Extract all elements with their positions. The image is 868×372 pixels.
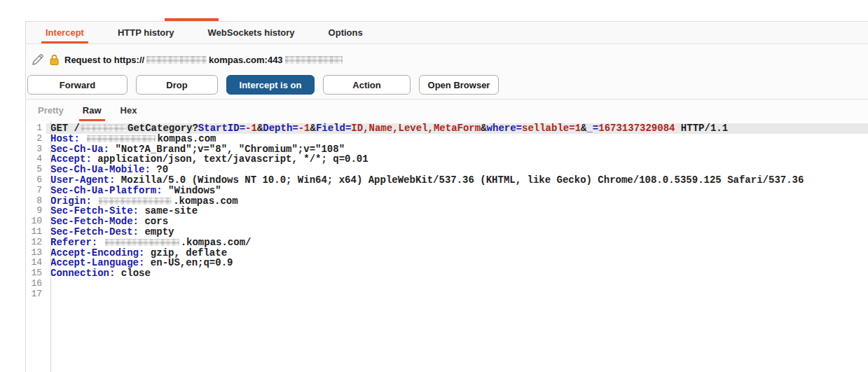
code-segment: "Not?A_Brand";v="8", "Chromium";v="108" — [109, 144, 345, 155]
line-number: 2 — [26, 134, 46, 144]
request-line[interactable]: 4Accept: application/json, text/javascri… — [26, 154, 868, 165]
code-segment: close — [115, 268, 150, 279]
tab-http-history[interactable]: HTTP history — [113, 22, 179, 43]
line-number: 12 — [26, 237, 46, 248]
line-code: Sec-Fetch-Dest: empty — [46, 227, 868, 237]
request-info-prefix: Request to https:// — [64, 55, 144, 65]
line-number: 7 — [26, 186, 46, 196]
request-line[interactable]: 12Referer: .kompas.com/ — [26, 237, 868, 248]
request-info-host: kompas.com:443 — [209, 55, 283, 65]
code-segment: "Windows" — [163, 185, 221, 196]
intercept-toolbar: Request to https:// kompas.com:443 Forwa… — [26, 44, 868, 99]
line-number: 1 — [26, 123, 46, 134]
lock-icon — [49, 54, 60, 66]
editor-tab-hex[interactable]: Hex — [117, 99, 141, 121]
redacted-text — [81, 125, 126, 132]
line-number: 17 — [26, 289, 46, 300]
code-segment: -1 — [245, 123, 257, 134]
request-line[interactable]: 1GET /GetCategory?StartID=-1&Depth=-1&Fi… — [26, 123, 868, 134]
request-line[interactable]: 7Sec-Ch-Ua-Platform: "Windows" — [26, 186, 868, 196]
action-button[interactable]: Action — [323, 75, 411, 95]
code-segment: 1673137329084 — [598, 123, 675, 134]
code-segment: Mozilla/5.0 (Windows NT 10.0; Win64; x64… — [115, 174, 804, 186]
line-code: Sec-Ch-Ua: "Not?A_Brand";v="8", "Chromiu… — [46, 144, 868, 155]
burp-intercept-window: InterceptHTTP historyWebSockets historyO… — [0, 0, 868, 372]
redacted-text — [105, 239, 179, 246]
editor-tab-raw[interactable]: Raw — [79, 99, 105, 121]
request-editor-lines: 1GET /GetCategory?StartID=-1&Depth=-1&Fi… — [26, 123, 868, 300]
intercept-is-on-button[interactable]: Intercept is on — [226, 75, 315, 95]
line-number: 9 — [26, 206, 46, 216]
request-line[interactable]: 10Sec-Fetch-Mode: cors — [26, 216, 868, 227]
request-editor[interactable]: 1GET /GetCategory?StartID=-1&Depth=-1&Fi… — [26, 121, 868, 372]
line-code: GET /GetCategory?StartID=-1&Depth=-1&Fie… — [46, 123, 868, 134]
request-line[interactable]: 9Sec-Fetch-Site: same-site — [26, 206, 868, 216]
request-line[interactable]: 5Sec-Ch-Ua-Mobile: ?0 — [26, 165, 868, 175]
request-line[interactable]: 2Host: kompas.com — [26, 134, 868, 144]
pencil-icon — [31, 53, 44, 67]
message-editor-tabs: PrettyRawHex — [26, 99, 868, 121]
code-segment: StartID= — [198, 123, 245, 134]
code-segment: .kompas.com — [173, 195, 237, 207]
line-number: 8 — [26, 196, 46, 207]
code-segment: GetCategory? — [128, 123, 198, 134]
request-line[interactable]: 3Sec-Ch-Ua: "Not?A_Brand";v="8", "Chromi… — [26, 144, 868, 155]
open-browser-button[interactable]: Open Browser — [419, 75, 499, 95]
code-segment: kompas.com — [157, 133, 216, 144]
drop-button[interactable]: Drop — [136, 75, 218, 95]
line-code: User-Agent: Mozilla/5.0 (Windows NT 10.0… — [46, 175, 868, 186]
editor-tab-pretty[interactable]: Pretty — [34, 99, 67, 121]
line-code: Sec-Ch-Ua-Platform: "Windows" — [46, 186, 868, 196]
request-line[interactable]: 15Connection: close — [26, 268, 868, 279]
code-segment: User-Agent: — [50, 174, 115, 186]
line-number: 4 — [26, 154, 46, 165]
line-number: 10 — [26, 216, 46, 227]
code-segment — [80, 133, 85, 144]
line-number: 5 — [26, 165, 46, 175]
code-segment: Origin: — [50, 195, 92, 207]
request-line[interactable]: 8Origin: .kompas.com — [26, 196, 868, 207]
code-segment: Sec-Fetch-Dest: — [50, 226, 139, 237]
code-segment: Accept-Encoding: — [50, 247, 144, 259]
line-code: Origin: .kompas.com — [46, 196, 868, 207]
code-segment: en-US,en;q=0.9 — [144, 257, 233, 268]
code-segment: Sec-Fetch-Site: — [50, 205, 139, 216]
tab-websockets-history[interactable]: WebSockets history — [204, 22, 299, 43]
request-line[interactable]: 17 — [26, 289, 868, 300]
code-segment: Accept-Language: — [50, 257, 144, 268]
code-segment: Sec-Fetch-Mode: — [50, 216, 139, 227]
line-number: 16 — [26, 279, 46, 289]
gutter-separator — [50, 121, 51, 372]
line-number: 6 — [26, 175, 46, 186]
line-code: Referer: .kompas.com/ — [46, 237, 868, 248]
line-code: Accept: application/json, text/javascrip… — [46, 154, 868, 165]
code-segment: Sec-Ch-Ua-Platform: — [50, 185, 163, 196]
code-segment: _= — [586, 123, 598, 134]
code-segment: & — [310, 123, 316, 134]
proxy-panel: InterceptHTTP historyWebSockets historyO… — [25, 21, 868, 372]
code-segment: application/json, text/javascript, */*; … — [92, 153, 368, 165]
line-code: Host: kompas.com — [46, 134, 868, 144]
tab-intercept[interactable]: Intercept — [41, 22, 88, 43]
code-segment: gzip, deflate — [144, 247, 227, 259]
intercept-buttons: ForwardDropIntercept is onActionOpen Bro… — [26, 75, 868, 99]
code-segment: Connection: — [50, 268, 115, 279]
code-segment: & — [481, 123, 486, 134]
code-segment: GET / — [50, 123, 80, 134]
request-line[interactable]: 13Accept-Encoding: gzip, deflate — [26, 248, 868, 259]
request-line[interactable]: 14Accept-Language: en-US,en;q=0.9 — [26, 258, 868, 268]
request-line[interactable]: 16 — [26, 279, 868, 289]
code-segment: ID,Name,Level,MetaForm — [351, 123, 481, 134]
code-segment — [97, 237, 103, 248]
request-line[interactable]: 11Sec-Fetch-Dest: empty — [26, 227, 868, 237]
request-line[interactable]: 6User-Agent: Mozilla/5.0 (Windows NT 10.… — [26, 175, 868, 186]
redacted-text — [99, 198, 172, 205]
tab-options[interactable]: Options — [324, 22, 367, 43]
code-segment: Field= — [316, 123, 351, 134]
line-number: 13 — [26, 248, 46, 259]
code-segment: same-site — [139, 205, 198, 216]
line-code: Accept-Language: en-US,en;q=0.9 — [46, 258, 868, 268]
code-segment: Depth= — [263, 123, 298, 134]
code-segment: sellable=1 — [522, 123, 581, 134]
forward-button[interactable]: Forward — [27, 75, 128, 95]
